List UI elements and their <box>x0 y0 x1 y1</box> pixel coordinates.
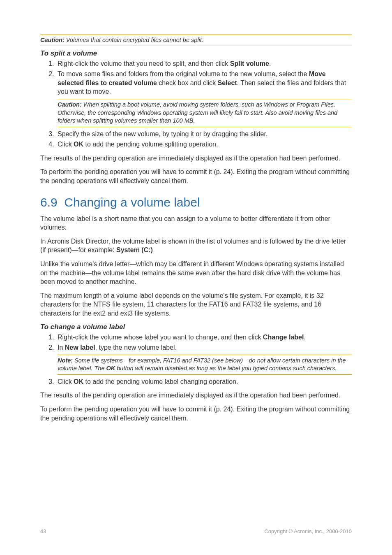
ui-term: Select <box>218 79 237 86</box>
step-text: , type the new volume label. <box>95 344 177 351</box>
list-item: Click OK to add the pending volume label… <box>56 377 352 386</box>
caution-lead: Caution: <box>40 37 65 43</box>
body-paragraph: Unlike the volume's drive letter—which m… <box>40 260 352 286</box>
section-number: 6.9 <box>40 195 61 209</box>
caution-text: Volumes that contain encrypted files can… <box>65 37 203 43</box>
ui-term: OK <box>74 141 83 148</box>
ui-term: System (C:) <box>116 246 153 253</box>
step-text: Right-click the volume that you need to … <box>58 60 230 67</box>
body-paragraph: The results of the pending operation are… <box>40 391 352 400</box>
list-item: Right-click the volume whose label you w… <box>56 333 352 342</box>
section-title: Changing a volume label <box>64 195 200 209</box>
ui-term: OK <box>74 378 83 385</box>
page-footer: 43 Copyright © Acronis, Inc., 2000-2010 <box>40 528 352 534</box>
body-paragraph: The volume label is a short name that yo… <box>40 214 352 232</box>
body-paragraph: To perform the pending operation you wil… <box>40 405 352 423</box>
body-paragraph: In Acronis Disk Director, the volume lab… <box>40 237 352 255</box>
ui-term: Change label <box>263 334 304 341</box>
note-text: button will remain disabled as long as t… <box>115 365 337 372</box>
steps-list: Right-click the volume that you need to … <box>40 59 352 149</box>
ui-term: New label <box>65 344 95 351</box>
ui-term: Split volume <box>230 60 269 67</box>
step-text: To move some files and folders from the … <box>58 70 309 77</box>
step-text: to add the pending volume label changing… <box>83 378 238 385</box>
step-text: . <box>304 334 305 341</box>
section-heading: 6.9 Changing a volume label <box>40 195 352 209</box>
subhead-change-label: To change a volume label <box>40 323 352 331</box>
note-box: Note: Some file systems—for example, FAT… <box>58 355 352 375</box>
step-text: In <box>58 344 65 351</box>
list-item: Right-click the volume that you need to … <box>56 59 352 68</box>
copyright-text: Copyright © Acronis, Inc., 2000-2010 <box>264 528 352 534</box>
caution-box: Caution: Volumes that contain encrypted … <box>40 35 352 46</box>
step-text: check box and click <box>157 79 218 86</box>
page-number: 43 <box>40 528 46 534</box>
list-item: Click OK to add the pending volume split… <box>56 140 352 149</box>
steps-list: Right-click the volume whose label you w… <box>40 333 352 386</box>
list-item: In New label, type the new volume label.… <box>56 343 352 375</box>
step-text: Right-click the volume whose label you w… <box>58 334 263 341</box>
step-text: to add the pending volume splitting oper… <box>83 141 218 148</box>
note-lead: Note: <box>58 357 73 364</box>
paragraph-text: In Acronis Disk Director, the volume lab… <box>40 238 346 254</box>
step-text: Click <box>58 378 74 385</box>
step-text: Specify the size of the new volume, by t… <box>58 130 267 137</box>
ui-term: OK <box>106 365 115 372</box>
caution-box: Caution: When splitting a boot volume, a… <box>58 99 352 127</box>
caution-lead: Caution: <box>58 101 82 108</box>
document-page: Caution: Volumes that contain encrypted … <box>0 0 392 555</box>
caution-text: When splitting a boot volume, avoid movi… <box>58 101 337 124</box>
list-item: To move some files and folders from the … <box>56 70 352 127</box>
subhead-split-volume: To split a volume <box>40 49 352 58</box>
list-item: Specify the size of the new volume, by t… <box>56 130 352 139</box>
body-paragraph: The maximum length of a volume label dep… <box>40 291 352 318</box>
step-text: Click <box>58 141 74 148</box>
body-paragraph: To perform the pending operation you wil… <box>40 167 352 185</box>
body-paragraph: The results of the pending operation are… <box>40 154 352 163</box>
step-text: . <box>269 60 271 67</box>
